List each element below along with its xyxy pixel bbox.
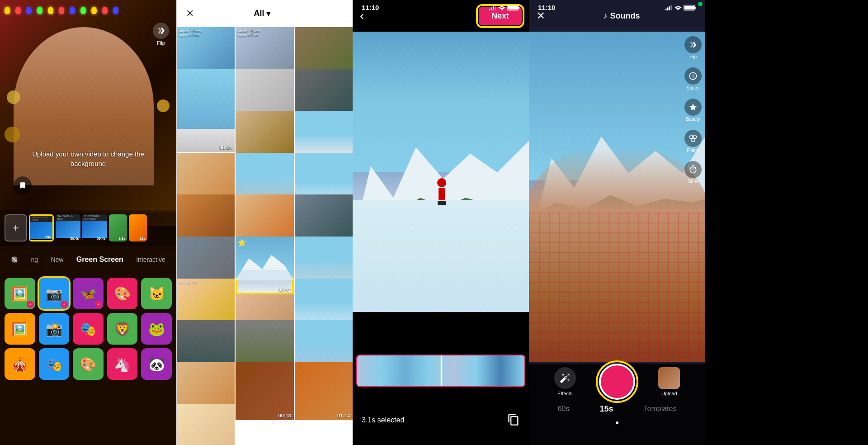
light-9 bbox=[91, 7, 97, 14]
flip-label: Flip bbox=[157, 40, 165, 46]
picker-close-button[interactable]: ✕ bbox=[186, 8, 194, 19]
clip-duration-1: 19s bbox=[45, 235, 51, 239]
ornament-1 bbox=[7, 90, 20, 104]
timeline-clip-3[interactable]: CUSTOMER SUPPORT 59.4s bbox=[82, 214, 107, 241]
timeline-clip-5[interactable]: 11s bbox=[129, 214, 147, 241]
effect-item-6[interactable]: 🖼️ bbox=[5, 313, 35, 345]
timeline-clip-2[interactable]: NAUGHTY & NICE 59.4s bbox=[56, 214, 80, 241]
cam-status-bar: 11:10 bbox=[529, 4, 705, 11]
upload-button[interactable]: Upload bbox=[658, 367, 680, 396]
sounds-label: Sounds bbox=[610, 11, 640, 21]
flip-button[interactable]: Flip bbox=[153, 23, 169, 46]
add-clip-button[interactable]: + bbox=[5, 214, 27, 241]
cam-status-icons bbox=[665, 5, 696, 11]
christmas-lights bbox=[0, 7, 176, 14]
effect-item-1[interactable]: 🖼️ bbox=[5, 278, 35, 309]
panel-camera-sounds: 11:10 ✕ ♪ Sounds bbox=[529, 0, 705, 445]
mode-green-screen[interactable]: Green Screen bbox=[76, 256, 123, 264]
cell-overlay-2: Adjust · FiltersApply a Filter bbox=[237, 29, 292, 37]
timeline-clip-1[interactable]: NAUGHTY & NICE 19s bbox=[29, 214, 54, 241]
tool-speed[interactable]: Speed bbox=[684, 67, 702, 90]
speed-tool-icon bbox=[684, 67, 702, 85]
timeline-bar[interactable] bbox=[356, 355, 525, 387]
tool-filters[interactable]: Filters bbox=[684, 130, 702, 153]
effects-row-3: 🎪 🎭 🎨 🦄 🐼 bbox=[5, 348, 172, 380]
effect-item-10[interactable]: 🐸 bbox=[141, 313, 172, 345]
effects-icon bbox=[560, 373, 571, 383]
effect-item-12[interactable]: 🎭 bbox=[39, 348, 70, 380]
light-5 bbox=[48, 7, 53, 14]
timeline-editor bbox=[353, 355, 529, 395]
cell-star: ⭐ bbox=[237, 238, 246, 247]
picker-cell-24[interactable]: 01:14 bbox=[295, 362, 353, 420]
tool-beauty[interactable]: Beauty bbox=[684, 99, 702, 122]
light-4 bbox=[37, 7, 42, 14]
music-icon: ♪ bbox=[604, 11, 608, 21]
svg-rect-17 bbox=[671, 5, 672, 10]
picker-cell-tall[interactable]: 00:14 bbox=[177, 69, 235, 152]
mode-interactive[interactable]: Interactive bbox=[136, 256, 165, 263]
tool-flip[interactable]: Flip bbox=[684, 36, 702, 59]
cam-wifi-icon bbox=[675, 5, 682, 10]
effect-item-14[interactable]: 🦄 bbox=[107, 348, 138, 380]
effects-row-1: 🖼️ 📷 🦋 🎨 🐱 bbox=[5, 278, 172, 309]
cell-duration-23: 00:13 bbox=[278, 413, 291, 418]
svg-rect-5 bbox=[491, 7, 492, 10]
effect-item-5[interactable]: 🐱 bbox=[141, 278, 172, 309]
mode-ng[interactable]: ng bbox=[31, 256, 38, 263]
ornament-2 bbox=[5, 127, 20, 142]
cam-page-indicator bbox=[529, 418, 705, 436]
skier bbox=[437, 178, 446, 205]
effect-item-8[interactable]: 🎭 bbox=[73, 313, 104, 345]
light-2 bbox=[15, 7, 21, 14]
record-button[interactable] bbox=[599, 364, 635, 400]
timeline-clip-4[interactable]: 6.8s bbox=[109, 214, 127, 241]
cell-thumb-23 bbox=[236, 362, 293, 420]
effect-item-11[interactable]: 🎪 bbox=[5, 348, 35, 380]
mode-new[interactable]: New bbox=[51, 256, 63, 263]
effects-grid: 🖼️ 📷 🦋 🎨 🐱 bbox=[0, 273, 176, 445]
cell-sky bbox=[177, 69, 235, 129]
clip-header-1: NAUGHTY & NICE bbox=[30, 216, 52, 222]
duration-60s[interactable]: 60s bbox=[558, 405, 570, 413]
cam-dot bbox=[616, 421, 618, 424]
copy-icon bbox=[507, 413, 520, 426]
wifi-icon-editor bbox=[498, 5, 505, 10]
effect-item-13[interactable]: 🎨 bbox=[73, 348, 104, 380]
picker-cell-highlighted[interactable]: ⭐ 00:52 bbox=[236, 237, 293, 294]
effect-badge-2 bbox=[61, 301, 68, 308]
effect-item-7[interactable]: 📸 bbox=[39, 313, 70, 345]
cam-bottom: Effects Upload 60s 15s Templates bbox=[529, 364, 705, 445]
svg-rect-16 bbox=[669, 6, 670, 10]
effect-item-9[interactable]: 🦁 bbox=[107, 313, 138, 345]
upload-background-text: Upload your own video to change the back… bbox=[29, 149, 147, 168]
battery-icon-editor bbox=[507, 5, 520, 11]
cell-thumb-tall bbox=[177, 69, 235, 152]
effect-item-15[interactable]: 🐼 bbox=[141, 348, 172, 380]
clip-header-3: CUSTOMER SUPPORT bbox=[82, 214, 107, 221]
duration-15s[interactable]: 15s bbox=[599, 404, 613, 414]
mode-disabled[interactable] bbox=[11, 256, 18, 263]
upload-icon-container bbox=[658, 367, 680, 389]
picker-cell-25[interactable]: 00:00 bbox=[177, 404, 235, 445]
copy-button[interactable] bbox=[507, 413, 520, 427]
effect-item-4[interactable]: 🎨 bbox=[107, 278, 138, 309]
effects-button[interactable]: Effects bbox=[554, 367, 576, 396]
bookmark-button[interactable] bbox=[14, 176, 32, 194]
dropdown-arrow-icon: ▾ bbox=[266, 9, 270, 19]
cell-duration-tall: 00:14 bbox=[219, 145, 232, 150]
ornament-3 bbox=[157, 99, 170, 112]
cam-time: 11:10 bbox=[538, 4, 555, 11]
cam-signal-icon bbox=[665, 5, 673, 10]
effects-icon-bg bbox=[554, 367, 576, 389]
cam-close-button[interactable]: ✕ bbox=[536, 9, 545, 22]
effects-label: Effects bbox=[557, 391, 572, 396]
effect-item-2[interactable]: 📷 bbox=[39, 278, 70, 309]
picker-all-dropdown[interactable]: All ▾ bbox=[254, 9, 270, 19]
filters-tool-label: Filters bbox=[687, 148, 699, 153]
effect-item-3[interactable]: 🦋 bbox=[73, 278, 104, 309]
tool-timer[interactable]: Timer bbox=[684, 161, 702, 184]
picker-cell-23[interactable]: 00:13 bbox=[236, 362, 293, 420]
templates-option[interactable]: Templates bbox=[644, 405, 677, 413]
light-8 bbox=[80, 7, 86, 14]
